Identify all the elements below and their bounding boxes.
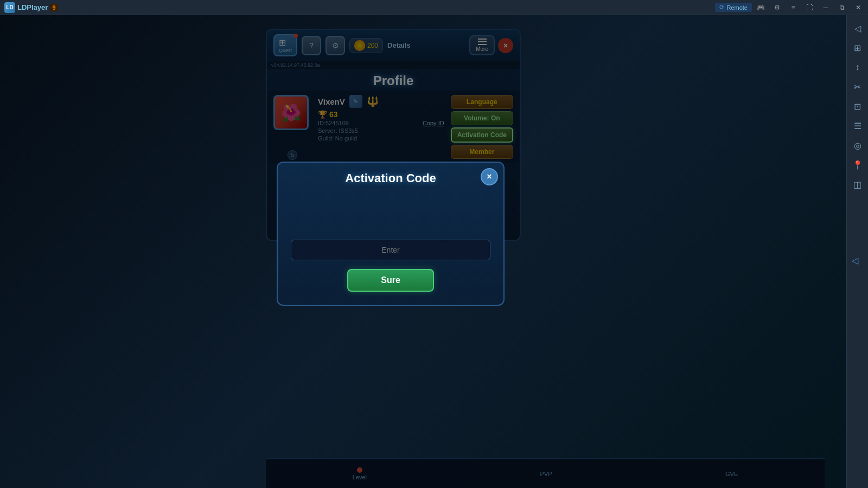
ldplayer-version: 9	[50, 4, 58, 11]
ldplayer-logo-icon: LD	[4, 2, 15, 13]
sidebar-icon-1[interactable]: ◁	[849, 20, 866, 37]
sidebar-icon-4[interactable]: ✂	[849, 78, 866, 95]
ldplayer-name: LDPlayer	[17, 3, 48, 11]
remote-badge: ⟳ Remote	[715, 3, 752, 12]
sidebar-icon-6[interactable]: ☰	[849, 117, 866, 134]
sidebar-icon-7[interactable]: ◎	[849, 137, 866, 154]
taskbar-menu-btn[interactable]: ≡	[786, 1, 801, 14]
modal-header: Activation Code ×	[278, 163, 503, 190]
sidebar-icon-9[interactable]: ◫	[849, 176, 866, 193]
taskbar-settings-btn[interactable]: ⚙	[769, 1, 784, 14]
activation-code-input[interactable]	[291, 240, 490, 260]
sidebar-icon-3[interactable]: ↕	[849, 59, 866, 76]
taskbar-left: LD LDPlayer 9	[0, 2, 58, 13]
sidebar-icon-2[interactable]: ⊞	[849, 39, 866, 56]
modal-close-icon: ×	[487, 172, 492, 182]
activation-modal: Activation Code × Sure	[277, 162, 505, 306]
taskbar-minimize-btn[interactable]: ─	[818, 1, 833, 14]
taskbar-expand-btn[interactable]: ⛶	[802, 1, 817, 14]
taskbar-gamepad-btn[interactable]: 🎮	[753, 1, 768, 14]
ldplayer-logo: LD LDPlayer 9	[4, 2, 58, 13]
remote-label: Remote	[726, 4, 748, 11]
taskbar: LD LDPlayer 9 ⟳ Remote 🎮 ⚙ ≡ ⛶ ─ ⧉ ✕	[0, 0, 868, 15]
sidebar-icon-arrow[interactable]: ◁	[846, 252, 864, 269]
modal-close-button[interactable]: ×	[481, 168, 498, 185]
modal-title: Activation Code	[286, 171, 495, 185]
right-sidebar: ◁ ⊞ ↕ ✂ ⊡ ☰ ◎ 📍 ◫ ◁	[846, 15, 868, 488]
taskbar-restore-btn[interactable]: ⧉	[834, 1, 850, 14]
sidebar-icon-8[interactable]: 📍	[849, 156, 866, 174]
modal-body: Sure	[278, 190, 503, 305]
taskbar-right: ⟳ Remote 🎮 ⚙ ≡ ⛶ ─ ⧉ ✕	[715, 1, 868, 14]
taskbar-close-btn[interactable]: ✕	[851, 1, 866, 14]
sure-button[interactable]: Sure	[347, 269, 434, 292]
sidebar-icon-5[interactable]: ⊡	[849, 98, 866, 115]
remote-icon: ⟳	[719, 4, 724, 11]
game-area: ⊞ Quest ? ⚙ 200 Details More	[0, 15, 846, 488]
